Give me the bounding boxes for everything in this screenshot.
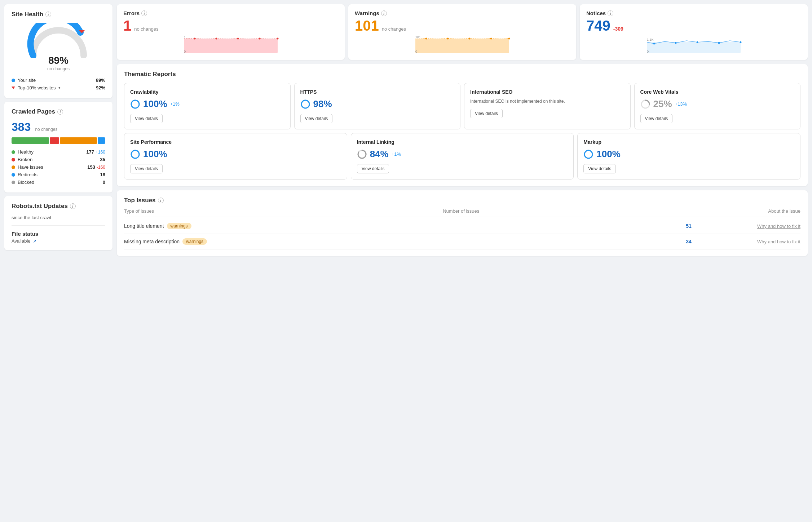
markup-title: Markup [583,139,794,145]
notices-change: -309 [613,26,623,32]
site-health-info-icon[interactable]: i [45,12,51,17]
crawled-pages-card: Crawled Pages i 383 no changes Healthy [4,102,112,193]
gauge-percent: 89% [47,55,70,66]
top10-label: Top-10% websites [18,85,56,90]
issue-type-label-1: Missing meta description [124,239,180,244]
svg-point-2 [194,38,196,40]
warnings-change: no changes [382,26,406,32]
file-status-row: Available ↗ [12,238,105,244]
file-status-title: File status [12,231,38,237]
report-crawlability: Crawlability 100% +1% View details [124,83,291,129]
notices-info-icon[interactable]: i [608,10,613,16]
gauge-container: 89% no changes [12,23,105,71]
https-title: HTTPS [300,89,455,95]
https-score: 98% [313,98,332,110]
legend-top10: Top-10% websites ▾ 92% [12,84,105,92]
robots-info-icon[interactable]: i [70,203,76,209]
crawlability-view-details[interactable]: View details [130,114,163,123]
warnings-value: 101 [355,18,379,33]
top-issues-card: Top Issues i Type of issues Number of is… [117,190,808,256]
errors-info-icon[interactable]: i [141,10,147,16]
issue-badge-0: warnings [167,223,191,229]
col-count: Number of issues [443,208,479,214]
site-health-card: Site Health i 89% no changes [4,4,112,98]
svg-point-28 [301,100,309,108]
svg-point-4 [237,38,239,40]
svg-point-32 [131,150,139,158]
svg-text:1.1K: 1.1K [647,38,654,41]
blocked-label: Blocked [18,180,34,185]
issues-change: -160 [97,165,105,170]
sidebar: Site Health i 89% no changes [4,4,112,518]
col-type: Type of issues [124,208,154,214]
your-site-label: Your site [18,78,36,83]
issue-about-1[interactable]: Why and how to fix it [721,239,800,244]
svg-point-6 [277,38,279,40]
https-circle-icon [300,99,310,109]
cwv-circle-icon [640,99,650,109]
errors-change: no changes [134,26,158,32]
cwv-view-details[interactable]: View details [640,114,673,123]
gauge-sub: no changes [47,66,70,71]
top10-value: 92% [96,85,105,90]
redirects-label: Redirects [18,172,37,177]
svg-point-10 [425,38,427,40]
cwv-score: 25% [653,98,672,110]
site-perf-view-details[interactable]: View details [130,164,163,173]
redirects-dot [12,173,15,177]
external-link-icon[interactable]: ↗ [33,239,36,244]
issues-label: Have issues [18,164,43,170]
intl-seo-title: International SEO [470,89,625,95]
blocked-value: 0 [103,180,105,185]
notices-card: Notices i 749 -309 1.1K 0 [580,4,808,60]
blocked-dot [12,181,15,184]
pages-issues-row: Have issues 153 -160 [12,163,105,171]
thematic-reports-card: Thematic Reports Crawlability 100% +1% [117,64,808,186]
notices-chart: 1.1K 0 [586,36,801,53]
svg-rect-1 [184,39,278,53]
errors-value: 1 [123,18,131,33]
bar-healthy [12,137,49,144]
issue-about-0[interactable]: Why and how to fix it [721,224,800,229]
pages-redirects-row: Redirects 18 [12,171,105,178]
svg-point-26 [131,100,139,108]
crawled-pages-info-icon[interactable]: i [57,109,63,115]
pages-blocked-row: Blocked 0 [12,178,105,186]
markup-view-details[interactable]: View details [583,164,616,173]
warnings-info-icon[interactable]: i [381,10,387,16]
intl-seo-view-details[interactable]: View details [470,109,503,118]
issue-badge-1: warnings [182,238,207,245]
healthy-value: 177 [86,149,94,155]
crawlability-circle-icon [130,99,140,109]
intl-seo-note: International SEO is not implemented on … [470,98,625,105]
https-view-details[interactable]: View details [300,114,333,123]
report-internal-linking: Internal Linking 84% +1% View details [351,133,574,180]
bar-issues [60,137,97,144]
svg-point-22 [740,41,742,43]
healthy-label: Healthy [18,149,34,155]
crawlability-title: Crawlability [130,89,284,95]
broken-label: Broken [18,157,32,162]
bar-broken [50,137,59,144]
issue-row-0: Long title element warnings 51 Why and h… [124,218,800,234]
report-intl-seo: International SEO International SEO is n… [464,83,631,129]
thematic-grid-row2: Site Performance 100% View details Inter… [124,133,800,180]
robots-card: Robots.txt Updates i since the last craw… [4,196,112,250]
internal-link-title: Internal Linking [357,139,568,145]
svg-rect-17 [647,42,741,53]
markup-circle-icon [583,149,593,159]
site-perf-score: 100% [143,149,167,160]
thematic-grid-row1: Crawlability 100% +1% View details HTTPS [124,83,800,129]
redirects-value: 18 [100,172,105,177]
site-health-title: Site Health [12,11,43,18]
svg-point-13 [490,38,492,40]
internal-link-view-details[interactable]: View details [357,164,389,173]
issue-type-label-0: Long title element [124,223,164,229]
svg-point-11 [447,38,449,40]
top-issues-info-icon[interactable]: i [158,198,164,203]
issue-count-0: 51 [660,223,718,229]
broken-dot [12,158,15,162]
errors-label: Errors [123,10,140,16]
issues-value: 153 [87,164,95,170]
report-site-performance: Site Performance 100% View details [124,133,347,180]
